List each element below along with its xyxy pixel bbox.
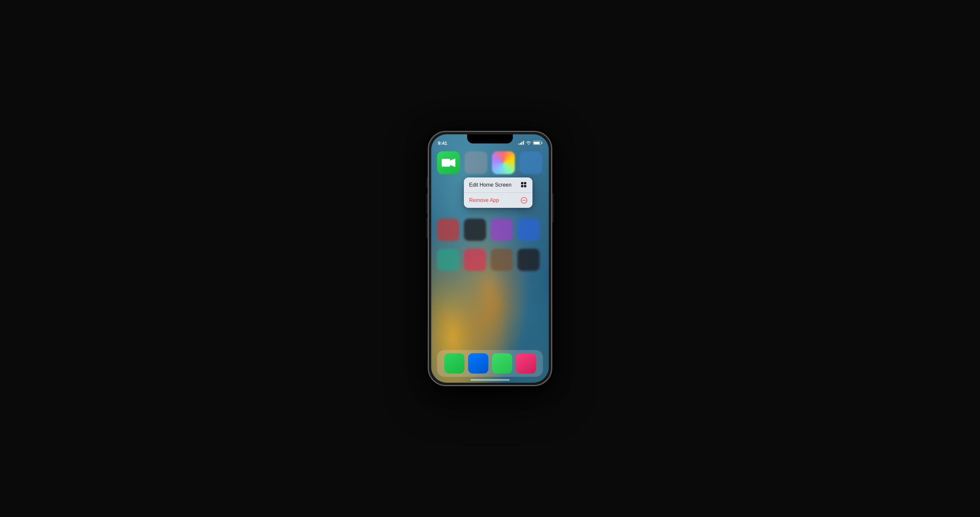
- svg-rect-2: [521, 182, 523, 184]
- dock-app-phone[interactable]: [444, 353, 465, 373]
- status-icons: [519, 141, 542, 145]
- app-row3-4[interactable]: [517, 249, 540, 271]
- apps-row-3: [437, 249, 543, 271]
- signal-bar-4: [523, 141, 524, 145]
- svg-marker-1: [450, 158, 455, 167]
- app-row3-2[interactable]: [464, 249, 486, 271]
- context-menu: Edit Home Screen Remove App: [464, 177, 533, 208]
- phone-screen: 9:41: [431, 134, 549, 383]
- grid-icon: [521, 182, 527, 188]
- dock-app-music[interactable]: [516, 353, 536, 373]
- status-time: 9:41: [438, 140, 447, 146]
- remove-app-label: Remove App: [469, 197, 499, 203]
- app-icon-blurred-1[interactable]: [465, 151, 487, 174]
- signal-icon: [519, 141, 524, 145]
- dock-app-safari[interactable]: [468, 353, 488, 373]
- edit-home-screen-item[interactable]: Edit Home Screen: [464, 177, 533, 193]
- edit-home-screen-label: Edit Home Screen: [469, 182, 512, 188]
- wifi-icon: [526, 141, 531, 145]
- svg-rect-3: [524, 182, 526, 184]
- app-row3-3[interactable]: [491, 249, 513, 271]
- app-photos[interactable]: [492, 151, 515, 174]
- notch: [467, 134, 513, 144]
- dock-app-messages[interactable]: [492, 353, 512, 373]
- app-row2-1[interactable]: [437, 219, 459, 241]
- app-row2-2[interactable]: [464, 219, 486, 241]
- apps-top-row: [437, 151, 543, 174]
- minus-circle-icon: [521, 197, 527, 204]
- phone-device: 9:41: [428, 131, 552, 386]
- home-indicator[interactable]: [470, 379, 510, 381]
- dock: [437, 350, 543, 377]
- apps-row-2: [437, 219, 543, 241]
- remove-app-item[interactable]: Remove App: [464, 193, 533, 208]
- signal-bar-3: [521, 142, 522, 145]
- app-row2-3[interactable]: [491, 219, 513, 241]
- signal-bar-2: [520, 143, 521, 145]
- signal-bar-1: [519, 144, 519, 145]
- battery-icon: [533, 141, 542, 145]
- power-button[interactable]: [552, 193, 554, 223]
- phone-frame: 9:41: [428, 131, 552, 386]
- svg-rect-5: [524, 185, 526, 187]
- app-row3-1[interactable]: [437, 249, 459, 271]
- svg-rect-4: [521, 185, 523, 187]
- svg-rect-0: [442, 159, 450, 167]
- app-facetime[interactable]: [437, 151, 460, 174]
- app-icon-blurred-3[interactable]: [519, 151, 542, 174]
- app-row2-4[interactable]: [517, 219, 540, 241]
